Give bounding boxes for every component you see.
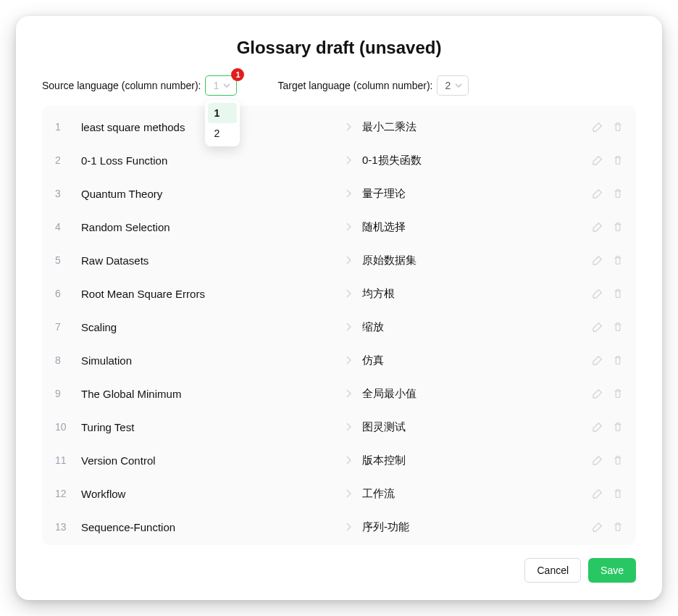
source-language-label: Source language (column number):	[42, 80, 201, 91]
edit-icon[interactable]	[591, 287, 604, 300]
table-row: 4Random Selection随机选择	[42, 210, 636, 244]
row-source-term: Sequence-Function	[78, 521, 339, 533]
chevron-right-icon	[339, 289, 358, 298]
row-target-term: 均方根	[358, 287, 591, 301]
source-column-dropdown: 1 2	[205, 100, 240, 146]
delete-icon[interactable]	[611, 420, 624, 433]
row-actions	[591, 520, 624, 533]
edit-icon[interactable]	[591, 254, 604, 267]
source-badge: 1	[231, 68, 244, 81]
cancel-button[interactable]: Cancel	[524, 558, 581, 583]
language-controls: Source language (column number): 1 1 1 2…	[42, 75, 636, 96]
table-row: 6Root Mean Square Errors均方根	[42, 277, 636, 310]
edit-icon[interactable]	[591, 387, 604, 400]
table-row: 3Quantum Theory量子理论	[42, 177, 636, 210]
delete-icon[interactable]	[611, 287, 624, 300]
edit-icon[interactable]	[591, 320, 604, 333]
edit-icon[interactable]	[591, 187, 604, 200]
delete-icon[interactable]	[611, 520, 624, 533]
chevron-right-icon	[339, 256, 358, 265]
save-button[interactable]: Save	[588, 558, 636, 583]
row-target-term: 缩放	[358, 320, 591, 334]
row-actions	[591, 187, 624, 200]
delete-icon[interactable]	[611, 320, 624, 333]
row-index: 6	[55, 288, 78, 299]
row-source-term: The Global Minimum	[78, 388, 339, 400]
row-source-term: 0-1 Loss Function	[78, 154, 339, 167]
edit-icon[interactable]	[591, 220, 604, 233]
row-target-term: 原始数据集	[358, 254, 591, 267]
delete-icon[interactable]	[611, 454, 624, 467]
edit-icon[interactable]	[591, 454, 604, 467]
row-index: 13	[55, 521, 78, 533]
row-actions	[591, 420, 624, 433]
table-row: 7Scaling缩放	[42, 310, 636, 344]
delete-icon[interactable]	[611, 187, 624, 200]
row-source-term: Scaling	[78, 321, 339, 333]
edit-icon[interactable]	[591, 154, 604, 167]
chevron-right-icon	[339, 523, 358, 531]
chevron-right-icon	[339, 489, 358, 498]
row-target-term: 序列-功能	[358, 520, 591, 534]
row-target-term: 版本控制	[358, 454, 591, 467]
table-row: 9The Global Minimum全局最小值	[42, 377, 636, 410]
glossary-draft-modal: Glossary draft (unsaved) Source language…	[16, 16, 662, 600]
table-row: 8Simulation仿真	[42, 344, 636, 377]
row-source-term: Simulation	[78, 354, 339, 367]
row-target-term: 工作流	[358, 487, 591, 501]
row-actions	[591, 120, 624, 133]
row-actions	[591, 454, 624, 467]
row-target-term: 图灵测试	[358, 420, 591, 434]
chevron-right-icon	[339, 189, 358, 198]
edit-icon[interactable]	[591, 487, 604, 500]
edit-icon[interactable]	[591, 120, 604, 133]
row-source-term: Turing Test	[78, 421, 339, 433]
table-row: 5Raw Datasets原始数据集	[42, 244, 636, 277]
chevron-right-icon	[339, 122, 358, 131]
dropdown-option-1[interactable]: 1	[208, 103, 237, 123]
row-source-term: Workflow	[78, 488, 339, 500]
delete-icon[interactable]	[611, 254, 624, 267]
modal-footer: Cancel Save	[42, 558, 636, 583]
row-index: 9	[55, 388, 78, 399]
row-index: 2	[55, 154, 78, 166]
delete-icon[interactable]	[611, 387, 624, 400]
row-actions	[591, 287, 624, 300]
row-actions	[591, 387, 624, 400]
target-column-value: 2	[445, 80, 451, 91]
table-row: 10Turing Test图灵测试	[42, 410, 636, 444]
row-actions	[591, 254, 624, 267]
row-index: 10	[55, 421, 78, 433]
page-title: Glossary draft (unsaved)	[42, 38, 636, 58]
row-target-term: 最小二乘法	[358, 120, 591, 134]
edit-icon[interactable]	[591, 420, 604, 433]
table-row: 13Sequence-Function序列-功能	[42, 510, 636, 544]
delete-icon[interactable]	[611, 220, 624, 233]
row-actions	[591, 154, 624, 167]
chevron-right-icon	[339, 322, 358, 331]
row-actions	[591, 354, 624, 367]
delete-icon[interactable]	[611, 154, 624, 167]
delete-icon[interactable]	[611, 120, 624, 133]
row-index: 7	[55, 321, 78, 333]
delete-icon[interactable]	[611, 487, 624, 500]
row-source-term: Raw Datasets	[78, 254, 339, 267]
row-index: 4	[55, 221, 78, 233]
edit-icon[interactable]	[591, 354, 604, 367]
row-index: 11	[55, 454, 78, 466]
chevron-down-icon	[455, 82, 462, 89]
dropdown-option-2[interactable]: 2	[208, 123, 237, 143]
table-row: 12Workflow工作流	[42, 477, 636, 510]
edit-icon[interactable]	[591, 520, 604, 533]
target-language-group: Target language (column number): 2	[277, 75, 469, 96]
chevron-right-icon	[339, 456, 358, 465]
target-column-select[interactable]: 2	[437, 75, 469, 96]
row-index: 5	[55, 254, 78, 266]
row-actions	[591, 220, 624, 233]
source-column-select[interactable]: 1 1	[205, 75, 237, 96]
row-target-term: 量子理论	[358, 187, 591, 201]
row-index: 12	[55, 488, 78, 499]
source-language-group: Source language (column number): 1 1 1 2	[42, 75, 237, 96]
delete-icon[interactable]	[611, 354, 624, 367]
row-target-term: 全局最小值	[358, 387, 591, 401]
